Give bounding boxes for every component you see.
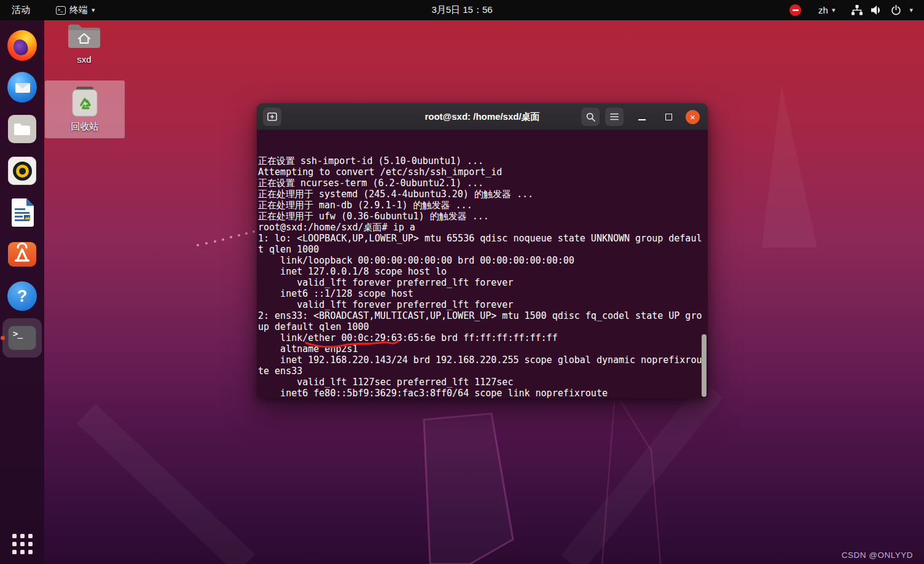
clock-button[interactable]: 3月5日 15：56 [428, 2, 496, 18]
home-folder-icon [67, 22, 101, 50]
terminal-line: 正在处理用于 systemd (245.4-4ubuntu3.20) 的触发器 … [258, 189, 708, 200]
search-icon [586, 112, 595, 122]
show-apps-grid-icon [12, 534, 33, 554]
dock [0, 20, 44, 564]
chevron-down-icon [92, 6, 95, 14]
terminal-line: link/ether 00:0c:29:63:65:6e brd ff:ff:f… [258, 332, 708, 343]
terminal-line: inet 127.0.0.1/8 scope host lo [258, 266, 708, 277]
trash-icon [68, 87, 101, 117]
help-icon [7, 281, 37, 311]
search-button[interactable] [581, 108, 600, 126]
terminal-line: 正在处理用于 man-db (2.9.1-1) 的触发器 ... [258, 200, 708, 211]
ubuntu-software-icon [8, 240, 36, 268]
terminal-line: 正在处理用于 ufw (0.36-6ubuntu1) 的触发器 ... [258, 211, 708, 222]
terminal-line: 2: ens33: <BROADCAST,MULTICAST,UP,LOWER_… [258, 310, 708, 321]
menu-button[interactable] [605, 108, 624, 126]
close-button[interactable] [686, 110, 700, 124]
firefox-icon [7, 30, 37, 61]
terminal-output: 正在设置 ssh-import-id (5.10-0ubuntu1) ...At… [258, 155, 708, 398]
terminal-window: root@sxd: /home/sxd/桌面 [257, 103, 708, 398]
show-apps-button[interactable] [7, 533, 37, 563]
network-wired-icon [851, 5, 863, 15]
dock-item-files[interactable] [7, 114, 37, 144]
running-indicator-dot [1, 336, 5, 340]
top-bar: 活动 终端 3月5日 15：56 zh [0, 0, 924, 20]
app-menu-label: 终端 [69, 4, 88, 16]
terminal-line: 1: lo: <LOOPBACK,UP,LOWER_UP> mtu 65536 … [258, 233, 708, 244]
hamburger-menu-icon [610, 113, 619, 120]
terminal-body[interactable]: 正在设置 ssh-import-id (5.10-0ubuntu1) ...At… [257, 130, 708, 398]
thunderbird-icon [7, 72, 37, 103]
terminal-line: Attempting to convert /etc/ssh/ssh_impor… [258, 166, 708, 178]
dock-item-terminal[interactable] [7, 323, 37, 353]
terminal-line: link/loopback 00:00:00:00:00:00 brd 00:0… [258, 255, 708, 266]
terminal-line: valid_lft 1127sec preferred_lft 1127sec [258, 377, 708, 388]
do-not-disturb-icon [789, 4, 801, 16]
terminal-line: altname enp2s1 [258, 343, 708, 354]
dock-item-rhythmbox[interactable] [7, 156, 37, 186]
dock-item-firefox[interactable] [7, 31, 37, 60]
terminal-line: root@sxd:/home/sxd/桌面# ip a [258, 222, 708, 233]
files-icon [8, 115, 36, 143]
minimize-button[interactable] [634, 108, 650, 126]
icon-label: sxd [77, 54, 91, 65]
terminal-line: te ens33 [258, 366, 708, 377]
system-menu[interactable] [847, 2, 917, 18]
terminal-app-icon [56, 6, 66, 15]
desktop-screen: 活动 终端 3月5日 15：56 zh [0, 0, 924, 564]
terminal-line: 正在设置 ssh-import-id (5.10-0ubuntu1) ... [258, 155, 708, 166]
terminal-line: inet 192.168.220.143/24 brd 192.168.220.… [258, 354, 708, 366]
app-menu-button[interactable]: 终端 [52, 2, 99, 18]
volume-icon [871, 5, 883, 15]
new-tab-icon [267, 112, 277, 121]
dock-item-help[interactable] [7, 281, 37, 311]
terminal-scrollbar[interactable] [702, 334, 707, 397]
terminal-line: inet6 fe80::5bf9:3629:fac3:8ff0/64 scope… [258, 388, 708, 398]
dock-item-software[interactable] [7, 240, 37, 269]
dock-item-writer[interactable] [7, 198, 37, 227]
desktop-icon-sxd[interactable]: sxd [62, 21, 106, 66]
terminal-line: valid_lft forever preferred_lft forever [258, 277, 708, 288]
terminal-line: valid_lft forever preferred_lft forever [258, 299, 708, 310]
terminal-titlebar[interactable]: root@sxd: /home/sxd/桌面 [257, 103, 708, 130]
terminal-line: 正在设置 ncurses-term (6.2-0ubuntu2.1) ... [258, 178, 708, 189]
terminal-line: t qlen 1000 [258, 244, 708, 255]
dock-item-thunderbird[interactable] [7, 72, 37, 102]
terminal-line: inet6 ::1/128 scope host [258, 288, 708, 299]
new-tab-button[interactable] [263, 108, 281, 126]
language-menu[interactable]: zh [815, 2, 839, 18]
desktop-icon-trash[interactable]: 回收站 [45, 80, 125, 138]
watermark: CSDN @ONLYYD [842, 550, 913, 560]
power-icon [891, 5, 901, 15]
chevron-down-icon [832, 6, 836, 14]
terminal-line: up default qlen 1000 [258, 321, 708, 332]
activities-button[interactable]: 活动 [8, 2, 34, 18]
terminal-icon [8, 326, 36, 350]
language-label: zh [818, 5, 828, 15]
libreoffice-writer-icon [10, 198, 34, 227]
maximize-button[interactable] [660, 108, 676, 126]
icon-label: 回收站 [71, 121, 99, 133]
chevron-down-icon [909, 6, 913, 14]
rhythmbox-icon [8, 157, 36, 185]
